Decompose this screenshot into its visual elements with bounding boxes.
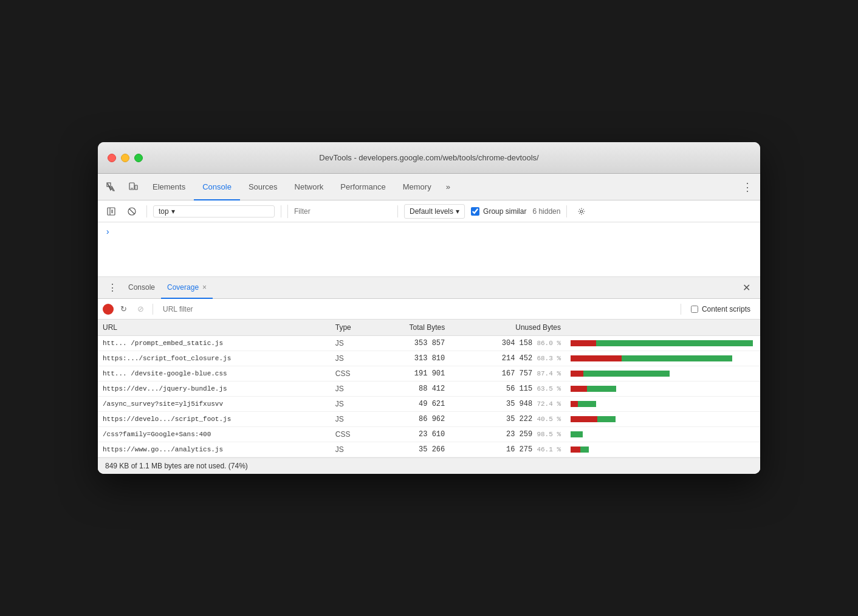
cell-bar [566, 397, 760, 412]
col-header-type: Type [331, 320, 374, 336]
cell-unused-bytes: 35 948 72.4 % [450, 397, 566, 412]
table-row[interactable]: /async_survey?site=ylj5ifxusvv JS 49 621… [98, 397, 760, 412]
cell-total-bytes: 49 621 [373, 397, 450, 412]
content-scripts-checkbox[interactable] [691, 306, 698, 313]
cell-bar [566, 442, 760, 457]
close-coverage-tab-button[interactable]: × [202, 283, 207, 292]
bar-unused [587, 386, 616, 392]
cell-bar [566, 427, 760, 442]
cell-unused-bytes: 56 115 63.5 % [450, 382, 566, 397]
toolbar-divider-4 [566, 205, 567, 217]
filter-input[interactable] [287, 205, 391, 218]
bar-used [571, 355, 622, 361]
close-panel-button[interactable]: ✕ [738, 282, 755, 293]
cell-total-bytes: 23 610 [373, 427, 450, 442]
table-row[interactable]: /css?family=Google+Sans:400 CSS 23 610 2… [98, 427, 760, 442]
bar-used [571, 386, 587, 392]
cell-total-bytes: 191 901 [373, 366, 450, 382]
cell-url: htt... /devsite-google-blue.css [98, 366, 331, 382]
group-similar-label: Group similar [483, 207, 526, 216]
hidden-count-badge: 6 hidden [532, 207, 560, 216]
cell-bar [566, 412, 760, 427]
cell-total-bytes: 353 857 [373, 336, 450, 351]
maximize-button[interactable] [134, 154, 143, 162]
tab-sources[interactable]: Sources [240, 174, 286, 200]
table-row[interactable]: https://develo.../script_foot.js JS 86 9… [98, 412, 760, 427]
bar-unused [580, 447, 589, 453]
cell-bar [566, 366, 760, 382]
cell-total-bytes: 313 810 [373, 351, 450, 366]
group-similar-checkbox[interactable] [471, 207, 479, 216]
panel-menu-button[interactable]: ⋮ [103, 282, 122, 293]
devtools-menu-button[interactable]: ⋮ [737, 174, 758, 200]
bottom-tab-coverage[interactable]: Coverage × [161, 278, 213, 299]
cell-type: JS [331, 442, 374, 457]
cell-unused-bytes: 16 275 46.1 % [450, 442, 566, 457]
show-console-sidebar-button[interactable] [103, 203, 120, 220]
col-header-total-bytes: Total Bytes [373, 320, 450, 336]
cell-url: https://www.go.../analytics.js [98, 442, 331, 457]
device-toggle-icon[interactable] [122, 174, 144, 200]
console-settings-button[interactable] [573, 203, 590, 220]
bar-unused [596, 340, 753, 346]
reload-button[interactable]: ↻ [116, 302, 131, 317]
cell-type: JS [331, 351, 374, 366]
toolbar-divider-3 [397, 205, 398, 217]
cell-total-bytes: 86 962 [373, 412, 450, 427]
toolbar-divider-1 [146, 205, 147, 217]
cell-bar [566, 382, 760, 397]
tab-performance[interactable]: Performance [332, 174, 394, 200]
bar-used [571, 416, 597, 422]
start-recording-button[interactable] [103, 304, 114, 315]
coverage-table: URL Type Total Bytes Unused Bytes htt...… [98, 320, 760, 457]
devtools-window: DevTools - developers.google.com/web/too… [98, 142, 760, 474]
table-row[interactable]: https://www.go.../analytics.js JS 35 266… [98, 442, 760, 457]
table-row[interactable]: htt... /prompt_embed_static.js JS 353 85… [98, 336, 760, 351]
tab-console[interactable]: Console [194, 174, 240, 200]
cell-total-bytes: 88 412 [373, 382, 450, 397]
console-prompt-icon[interactable]: › [105, 227, 753, 237]
minimize-button[interactable] [121, 154, 129, 162]
bar-unused [571, 431, 583, 437]
devtools-tab-bar: Elements Console Sources Network Perform… [98, 174, 760, 200]
bar-unused [578, 401, 596, 407]
cell-bar [566, 336, 760, 351]
inspect-icon[interactable] [100, 174, 122, 200]
col-header-bar [566, 320, 760, 336]
table-row[interactable]: https://dev.../jquery-bundle.js JS 88 41… [98, 382, 760, 397]
bar-unused [622, 355, 732, 361]
bottom-panel: ⋮ Console Coverage × ✕ ↻ ⊘ Content scrip… [98, 277, 760, 474]
group-similar-container: Group similar 6 hidden [471, 207, 560, 216]
cell-type: JS [331, 412, 374, 427]
cell-unused-bytes: 304 158 86.0 % [450, 336, 566, 351]
bottom-tab-console[interactable]: Console [122, 278, 161, 299]
tab-memory[interactable]: Memory [394, 174, 440, 200]
cell-type: JS [331, 336, 374, 351]
more-tabs-button[interactable]: » [440, 174, 456, 200]
context-selector[interactable]: top ▾ [153, 205, 275, 217]
content-scripts-container: Content scripts [686, 305, 755, 313]
coverage-divider-1 [153, 304, 153, 315]
close-button[interactable] [108, 154, 116, 162]
url-filter-input[interactable] [158, 303, 676, 316]
cell-type: CSS [331, 427, 374, 442]
cell-url: htt... /prompt_embed_static.js [98, 336, 331, 351]
clear-console-button[interactable] [123, 203, 140, 220]
tab-network[interactable]: Network [286, 174, 332, 200]
table-row[interactable]: https:.../script_foot_closure.js JS 313 … [98, 351, 760, 366]
content-scripts-label: Content scripts [702, 305, 750, 313]
log-levels-button[interactable]: Default levels ▾ [404, 204, 465, 219]
cell-unused-bytes: 167 757 87.4 % [450, 366, 566, 382]
bar-used [571, 401, 578, 407]
svg-line-10 [129, 209, 134, 214]
col-header-url: URL [98, 320, 331, 336]
console-toolbar: top ▾ Default levels ▾ Group similar 6 h… [98, 200, 760, 222]
col-header-unused-bytes: Unused Bytes [450, 320, 566, 336]
cell-url: /async_survey?site=ylj5ifxusvv [98, 397, 331, 412]
cell-bar [566, 351, 760, 366]
coverage-toolbar: ↻ ⊘ Content scripts [98, 299, 760, 320]
clear-coverage-button: ⊘ [133, 302, 148, 317]
coverage-divider-2 [681, 304, 681, 315]
tab-elements[interactable]: Elements [144, 174, 194, 200]
table-row[interactable]: htt... /devsite-google-blue.css CSS 191 … [98, 366, 760, 382]
